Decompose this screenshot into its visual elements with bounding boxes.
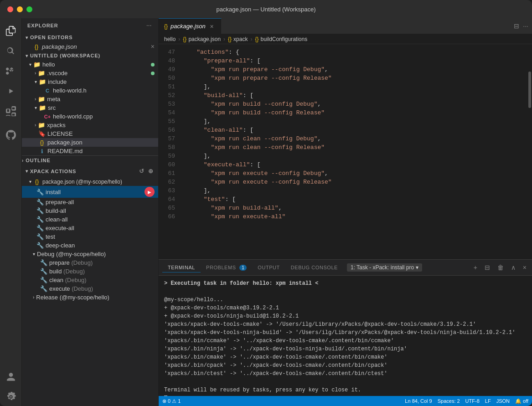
folder-meta[interactable]: › 📁 meta xyxy=(22,95,158,103)
status-encoding[interactable]: UTF-8 xyxy=(465,398,480,404)
breadcrumb-xpack-icon: {} xyxy=(228,36,232,42)
tab-package-json[interactable]: {} package.json × xyxy=(159,18,222,34)
file-license[interactable]: 🔖 LICENSE xyxy=(22,129,158,138)
outline-section[interactable]: › OUTLINE xyxy=(22,155,158,165)
xpack-actions-section[interactable]: ▾ XPACK ACTIONS ↺ ⊕ xyxy=(22,165,158,177)
debug-console-tab[interactable]: DEBUG CONSOLE xyxy=(285,263,343,272)
folder-vscode[interactable]: › 📁 .vscode xyxy=(22,69,158,77)
split-editor-icon[interactable]: ⊟ xyxy=(514,22,519,30)
tab-close-icon[interactable]: × xyxy=(208,23,216,30)
maximize-button[interactable] xyxy=(26,6,32,12)
sidebar-content: ▾ OPEN EDITORS {} package.json × ▾ UNTIT… xyxy=(22,33,158,406)
xpack-build-debug[interactable]: 🔧 build (Debug) xyxy=(22,267,158,276)
terminal-content[interactable]: > Executing task in folder hello: xpm in… xyxy=(159,276,532,396)
xpack-build-all-label: build-all xyxy=(46,207,66,214)
xpack-prepare-debug[interactable]: 🔧 prepare (Debug) xyxy=(22,258,158,267)
xpack-pkg-label: package.json (@my-scope/hello) xyxy=(42,179,158,185)
terminal-selector[interactable]: 1: Task - xPack: install pro ▾ xyxy=(347,263,422,272)
xpack-build-all[interactable]: 🔧 build-all xyxy=(22,206,158,215)
workspace-section[interactable]: ▾ UNTITLED (WORKSPACE) xyxy=(22,51,158,60)
xpack-refresh-icon[interactable]: ↺ xyxy=(138,167,145,175)
xpack-clean-debug[interactable]: 🔧 clean (Debug) xyxy=(22,276,158,284)
terminal-line-13 xyxy=(164,378,527,386)
folder-src[interactable]: ▾ 📁 src xyxy=(22,103,158,112)
xpack-clean-all[interactable]: 🔧 clean-all xyxy=(22,215,158,224)
xpack-release-group[interactable]: › Release (@my-scope/hello) xyxy=(22,293,158,302)
xpack-pkg-json[interactable]: ▾ {} package.json (@my-scope/hello) xyxy=(22,177,158,186)
readme-label: README.md xyxy=(47,148,158,154)
breadcrumb-xpack[interactable]: {} xpack xyxy=(228,36,248,42)
maximize-panel-icon[interactable]: ∧ xyxy=(509,263,517,272)
open-editors-label: OPEN EDITORS xyxy=(30,35,72,40)
file-readme[interactable]: ℹ README.md xyxy=(22,147,158,155)
run-install-button[interactable]: ▶ xyxy=(145,187,155,197)
status-eol[interactable]: LF xyxy=(485,398,491,404)
xpacks-folder-icon: 📁 xyxy=(38,122,45,128)
xpack-execute-all[interactable]: 🔧 execute-all xyxy=(22,224,158,232)
include-chevron: ▾ xyxy=(35,79,37,84)
xpack-execute-all-label: execute-all xyxy=(46,225,74,231)
scrollbar-thumb[interactable] xyxy=(528,72,531,108)
xpack-test[interactable]: 🔧 test xyxy=(22,232,158,241)
status-position[interactable]: Ln 84, Col 9 xyxy=(405,398,432,404)
status-language[interactable]: JSON xyxy=(496,398,510,404)
xpack-execute-debug[interactable]: 🔧 execute (Debug) xyxy=(22,284,158,293)
breadcrumb-pkg[interactable]: {} package.json xyxy=(183,36,221,42)
folder-xpacks[interactable]: › 📁 xpacks xyxy=(22,121,158,129)
explorer-activity-icon[interactable] xyxy=(2,22,20,40)
breadcrumb-build-configs[interactable]: {} buildConfigurations xyxy=(255,36,307,42)
file-hello-world-cpp[interactable]: C+ hello-world.cpp xyxy=(22,112,158,121)
new-terminal-icon[interactable]: + xyxy=(472,263,479,272)
editor-scrollbar[interactable] xyxy=(526,44,532,259)
folder-include[interactable]: ▾ 📁 include xyxy=(22,77,158,86)
xpack-deep-clean[interactable]: 🔧 deep-clean xyxy=(22,241,158,250)
output-tab[interactable]: OUTPUT xyxy=(252,263,285,272)
extensions-activity-icon[interactable] xyxy=(2,102,20,120)
minimize-button[interactable] xyxy=(17,6,23,12)
file-package-json[interactable]: {} package.json xyxy=(22,138,158,147)
xpack-debug-label: Debug (@my-scope/hello) xyxy=(37,251,106,257)
open-editors-section[interactable]: ▾ OPEN EDITORS xyxy=(22,33,158,42)
debug-chevron: ▾ xyxy=(33,252,35,257)
status-errors[interactable]: ⊗ 0 ⚠ 1 xyxy=(162,398,181,404)
problems-tab[interactable]: PROBLEMS 1 xyxy=(201,263,252,272)
account-activity-icon[interactable] xyxy=(2,368,20,386)
wrench-icon: 🔧 xyxy=(36,189,44,195)
code-line-58: "xpm run clean --config Release" xyxy=(182,143,526,152)
line-numbers: 47 48 49 50 51 52 53 54 55 56 57 58 59 6… xyxy=(159,44,179,259)
close-button[interactable] xyxy=(7,6,13,12)
notifications-state: off xyxy=(523,398,528,404)
xpack-deep-clean-label: deep-clean xyxy=(46,242,75,249)
folder-hello[interactable]: ▾ 📁 hello xyxy=(22,60,158,69)
xpack-add-icon[interactable]: ⊕ xyxy=(147,167,155,175)
status-spaces[interactable]: Spaces: 2 xyxy=(438,398,460,404)
open-file-package-json[interactable]: {} package.json × xyxy=(22,42,158,51)
more-actions-icon[interactable]: ··· xyxy=(523,22,528,30)
search-activity-icon[interactable] xyxy=(2,42,20,60)
xpack-prepare-all[interactable]: 🔧 prepare-all xyxy=(22,198,158,206)
breadcrumb-hello[interactable]: hello xyxy=(164,36,176,42)
status-notifications[interactable]: 🔔 off xyxy=(515,398,528,404)
xpack-pkg-chevron: ▾ xyxy=(29,179,31,184)
notifications-icon: 🔔 xyxy=(515,398,522,404)
terminal-line-2 xyxy=(164,288,527,296)
sidebar: EXPLORER ··· ▾ OPEN EDITORS {} package.j… xyxy=(22,18,159,406)
xpack-header-icons: ↺ ⊕ xyxy=(138,167,155,175)
kill-terminal-icon[interactable]: 🗑 xyxy=(496,263,506,272)
source-control-activity-icon[interactable] xyxy=(2,62,20,80)
github-activity-icon[interactable] xyxy=(2,126,20,144)
close-panel-icon[interactable]: × xyxy=(521,263,528,272)
file-hello-world-h[interactable]: C hello-world.h xyxy=(22,86,158,95)
split-terminal-icon[interactable]: ⊟ xyxy=(483,263,492,272)
file-close-icon[interactable]: × xyxy=(151,43,155,50)
vscode-chevron: › xyxy=(35,71,36,76)
code-content[interactable]: "actions": { "prepare-all": [ "xpm run p… xyxy=(179,44,526,259)
more-options-icon[interactable]: ··· xyxy=(145,22,153,29)
window-controls[interactable] xyxy=(7,6,32,12)
xpack-debug-group[interactable]: ▾ Debug (@my-scope/hello) xyxy=(22,250,158,258)
run-debug-activity-icon[interactable] xyxy=(2,82,20,100)
settings-activity-icon[interactable] xyxy=(2,388,20,406)
terminal-tab[interactable]: TERMINAL xyxy=(162,263,201,272)
window-title: package.json — Untitled (Workspace) xyxy=(217,6,316,13)
xpack-install[interactable]: 🔧 install ▶ xyxy=(22,186,158,198)
